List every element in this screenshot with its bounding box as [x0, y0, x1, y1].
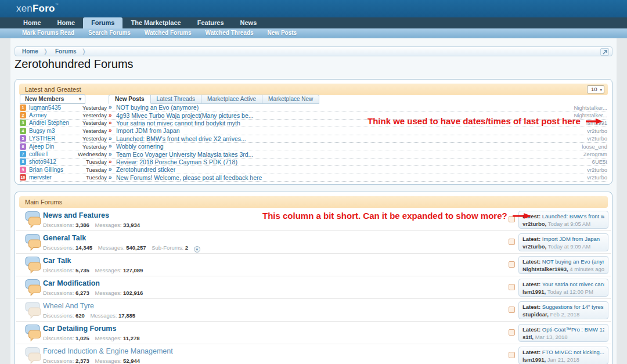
- tab-marketplace-new[interactable]: Marketplace New: [262, 95, 319, 104]
- main-forums-header: Main Forums: [19, 196, 608, 208]
- post-last-user[interactable]: loose_end: [576, 143, 607, 150]
- latest-user-link[interactable]: lsm1991,: [522, 356, 546, 363]
- page-size-select[interactable]: 10 ▾: [587, 85, 604, 93]
- member-link[interactable]: luqman5435: [29, 104, 82, 111]
- discussions-label: Discussions:: [43, 267, 74, 273]
- forum-title-link[interactable]: Car Detailing Forums: [43, 325, 116, 333]
- nav-tab-home-1[interactable]: Home: [15, 17, 49, 28]
- post-last-user[interactable]: vr2turbo: [581, 135, 607, 142]
- logo-text-foro: Foro: [33, 3, 55, 14]
- forum-title-link[interactable]: General Talk: [43, 234, 86, 242]
- member-rank-badge: 4: [20, 128, 26, 134]
- member-link[interactable]: Azmey: [29, 112, 82, 118]
- page-icon: [509, 352, 515, 358]
- jump-to-bottom-button[interactable]: [600, 48, 609, 56]
- latest-user-link[interactable]: Nightstalker1993,: [522, 266, 568, 272]
- member-join-day: Yesterday: [82, 135, 107, 142]
- member-link[interactable]: coffee l: [29, 151, 78, 157]
- latest-user-link[interactable]: vr2turbo,: [522, 243, 546, 250]
- speech-bubbles-icon: [23, 324, 43, 344]
- new-members-dropdown[interactable]: New Members ▾: [20, 94, 85, 104]
- list-item: » NOT buying an Evo (anymore) Nightstalk…: [109, 104, 607, 111]
- post-title-link[interactable]: Your satria not mivec cannot find bodyki…: [116, 120, 240, 127]
- member-join-day: Wednesday: [78, 151, 107, 157]
- post-title-link[interactable]: Launched: BMW's front wheel drive X2 arr…: [116, 135, 246, 142]
- member-join-day: Yesterday: [82, 112, 107, 118]
- double-chevron-icon: »: [109, 151, 116, 158]
- nav-tab-forums[interactable]: Forums: [83, 17, 122, 28]
- post-last-user[interactable]: vr2turbo: [581, 128, 607, 134]
- post-title-link[interactable]: New Forums! Welcome, please post all fee…: [116, 174, 262, 181]
- page-icon: [509, 307, 515, 313]
- member-link[interactable]: Brian Gillings: [29, 167, 86, 173]
- tab-latest-threads[interactable]: Latest Threads: [151, 95, 202, 104]
- post-last-user[interactable]: vr2turbo: [581, 167, 607, 173]
- post-last-user[interactable]: 6UE5t: [586, 158, 607, 165]
- tab-new-posts[interactable]: New Posts: [109, 95, 151, 104]
- double-chevron-icon: »: [109, 166, 116, 173]
- post-title-link[interactable]: NOT buying an Evo (anymore): [116, 104, 199, 111]
- member-link[interactable]: Andrei Stephen: [29, 120, 82, 126]
- list-item: » Import JDM from Japan vr2turbo: [109, 127, 607, 135]
- post-title-link[interactable]: Review: 2018 Porsche Cayman S PDK (718): [116, 158, 237, 165]
- subnav-watched-threads[interactable]: Watched Threads: [199, 28, 261, 38]
- speech-bubbles-icon: [23, 256, 43, 276]
- post-title-link[interactable]: Wobbly cornering: [116, 143, 164, 150]
- subnav-watched-forums[interactable]: Watched Forums: [138, 28, 199, 38]
- post-title-link[interactable]: Team Eco Voyager University Malaysia tak…: [116, 151, 253, 158]
- post-title-link[interactable]: Zerotohundred sticker: [116, 166, 175, 173]
- xenforo-logo[interactable]: xenForo™: [16, 3, 59, 15]
- list-item: » New Forums! Welcome, please post all f…: [109, 174, 607, 182]
- latest-user-link[interactable]: stupidcar,: [522, 311, 549, 318]
- member-link[interactable]: mervster: [29, 174, 86, 181]
- forum-title-link[interactable]: Car Modification: [43, 279, 100, 287]
- latest-user-link[interactable]: s1tl,: [522, 334, 534, 340]
- latest-user-link[interactable]: vr2turbo,: [522, 221, 546, 227]
- forum-title-link[interactable]: Car Talk: [43, 257, 71, 265]
- member-link[interactable]: Bugsy m3: [29, 128, 82, 134]
- post-title-link[interactable]: Import JDM from Japan: [116, 127, 180, 134]
- latest-thread-link[interactable]: Opti-Coat™Pro : BMW 120i Metal...: [542, 326, 604, 333]
- post-last-user[interactable]: vr2turbo: [581, 174, 607, 181]
- subnav-new-posts[interactable]: New Posts: [261, 28, 304, 38]
- breadcrumb-forums[interactable]: Forums: [48, 48, 81, 55]
- latest-thread-link[interactable]: FTO MIVEC not kicking...I am m...: [542, 349, 604, 355]
- double-chevron-icon: »: [109, 143, 116, 150]
- chevron-right-icon: ❭: [43, 47, 48, 56]
- speech-bubbles-icon: [23, 233, 43, 254]
- subnav-mark-forums-read[interactable]: Mark Forums Read: [15, 28, 81, 38]
- nav-tab-home-2[interactable]: Home: [49, 17, 84, 28]
- member-link[interactable]: Ajeep Din: [29, 143, 82, 150]
- nav-tab-news[interactable]: News: [232, 17, 265, 28]
- latest-thread-link[interactable]: Import JDM from Japan: [542, 236, 600, 242]
- subnav-search-forums[interactable]: Search Forums: [81, 28, 138, 38]
- new-members-label: New Members: [25, 96, 64, 102]
- latest-post-wrap: Latest: Opti-Coat™Pro : BMW 120i Metal..…: [509, 324, 608, 342]
- breadcrumb-home[interactable]: Home: [15, 48, 43, 55]
- messages-count: 33,934: [123, 222, 140, 228]
- latest-thread-link[interactable]: Launched: BMW's front wheel dr...: [542, 213, 604, 219]
- forum-title-link[interactable]: News and Features: [43, 211, 109, 219]
- subforums-caret-icon[interactable]: ▾: [194, 246, 200, 253]
- post-title-link[interactable]: 4g93 Mivec Turbo Waja project(Many pictu…: [116, 112, 254, 119]
- post-last-user[interactable]: Nightstalker...: [568, 104, 607, 111]
- forum-title-link[interactable]: Wheel And Tyre: [43, 302, 94, 310]
- page-icon: [509, 329, 515, 336]
- latest-thread-link[interactable]: NOT buying an Evo (anymore): [542, 258, 604, 265]
- list-item: 10 mervster Tuesday: [20, 174, 107, 182]
- speech-bubbles-icon: [23, 301, 43, 322]
- latest-thread-link[interactable]: Suggestions for 14" tyres: [542, 304, 604, 310]
- breadcrumb: Home ❭ Forums ❭: [15, 46, 612, 56]
- annotation-arrow-icon: [512, 212, 532, 219]
- nav-tab-marketplace[interactable]: The Marketplace: [122, 17, 189, 28]
- latest-thread-link[interactable]: Your satria not mivec cannot fi...: [542, 281, 604, 287]
- member-link[interactable]: shoto9412: [29, 158, 86, 165]
- forum-title-link[interactable]: Forced Induction & Engine Management: [43, 347, 173, 355]
- nav-tab-features[interactable]: Features: [189, 17, 232, 28]
- latest-label: Latest:: [522, 236, 540, 242]
- list-item: » Launched: BMW's front wheel drive X2 a…: [109, 135, 607, 143]
- latest-user-link[interactable]: lsm1991,: [522, 289, 546, 295]
- post-last-user[interactable]: Zerogram: [578, 151, 607, 157]
- tab-marketplace-active[interactable]: Marketplace Active: [201, 95, 262, 104]
- member-link[interactable]: LYSTHER: [29, 135, 82, 142]
